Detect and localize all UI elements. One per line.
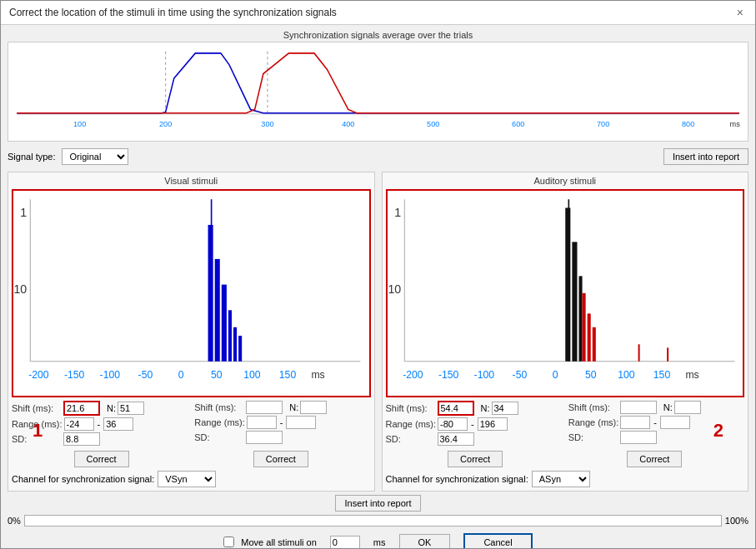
svg-text:150: 150 [653, 369, 670, 381]
visual-sd-row-2: SD: [194, 431, 370, 444]
svg-text:ms: ms [685, 369, 698, 381]
visual-range-max-2[interactable] [286, 416, 316, 429]
progress-bar-row: 0% 100% [8, 515, 748, 527]
visual-sd-input-2[interactable] [246, 431, 283, 444]
auditory-range-max-2[interactable] [660, 416, 690, 429]
svg-text:800: 800 [682, 119, 694, 128]
visual-range-min-input[interactable] [64, 417, 94, 431]
visual-sd-label-2: SD: [194, 432, 244, 442]
svg-rect-52 [667, 347, 668, 361]
svg-text:50: 50 [584, 369, 596, 381]
svg-rect-30 [238, 336, 242, 362]
visual-range-label-2: Range (ms): [194, 417, 245, 427]
auditory-channel-row: Channel for synchronization signal: ASyn… [386, 471, 745, 487]
visual-shift-input-2[interactable] [246, 401, 283, 414]
auditory-range-min-input[interactable] [438, 417, 468, 431]
visual-channel-label: Channel for synchronization signal: [12, 474, 154, 484]
auditory-range-label-2: Range (ms): [568, 417, 619, 427]
svg-rect-51 [638, 344, 639, 361]
auditory-correct-button-1[interactable]: Correct [448, 451, 503, 467]
svg-text:500: 500 [427, 119, 439, 128]
cancel-button[interactable]: Cancel [463, 533, 532, 548]
svg-rect-47 [578, 276, 582, 361]
ok-button[interactable]: OK [399, 534, 451, 548]
auditory-n-input[interactable] [492, 402, 518, 415]
svg-text:10: 10 [388, 282, 401, 296]
visual-range-max-input[interactable] [103, 417, 133, 431]
visual-n-input-2[interactable] [300, 401, 327, 414]
visual-range-min-2[interactable] [247, 416, 277, 429]
svg-rect-48 [582, 293, 585, 362]
sync-chart-title: Synchronization signals average over the… [283, 30, 473, 40]
svg-text:150: 150 [279, 369, 297, 381]
auditory-range-max-input[interactable] [478, 417, 508, 431]
auditory-n-input-2[interactable] [674, 401, 701, 414]
visual-range-row-2: Range (ms): - [194, 416, 370, 429]
auditory-range-dash: - [471, 419, 474, 429]
auditory-sd-label: SD: [386, 434, 436, 444]
auditory-range-dash-2: - [653, 417, 657, 427]
svg-text:-150: -150 [438, 369, 458, 381]
sync-chart-section: Synchronization signals average over the… [8, 30, 748, 142]
auditory-sd-input-2[interactable] [620, 431, 657, 444]
svg-text:1: 1 [20, 206, 27, 219]
bottom-section: Insert into report 0% 100% Move all stim… [8, 495, 748, 548]
auditory-range-min-2[interactable] [620, 416, 650, 429]
auditory-shift-input-2[interactable] [620, 401, 657, 414]
visual-n-input[interactable] [118, 402, 144, 415]
svg-text:1: 1 [394, 206, 401, 219]
annotation-1: 1 [33, 420, 43, 442]
main-content: Synchronization signals average over the… [1, 25, 755, 548]
annotation-2: 2 [713, 420, 723, 442]
svg-text:300: 300 [261, 119, 273, 128]
auditory-chart-box: 1 10 -200 -150 -100 -50 0 50 100 150 ms [386, 189, 745, 397]
svg-text:0: 0 [552, 369, 558, 381]
auditory-channel-select[interactable]: ASyn VSyn [532, 471, 590, 487]
svg-text:200: 200 [159, 119, 172, 128]
dialog-title: Correct the location of the stimuli in t… [9, 7, 337, 18]
visual-chart-svg: 1 10 -200 -150 -100 -50 0 50 100 150 ms [13, 191, 369, 396]
svg-text:10: 10 [13, 282, 27, 296]
auditory-shift-input[interactable] [438, 401, 474, 416]
insert-report-top-button[interactable]: Insert into report [663, 148, 748, 165]
visual-channel-select[interactable]: VSyn ASyn [158, 471, 216, 487]
visual-chart-box: 1 10 -200 -150 -100 -50 0 50 100 150 ms [12, 189, 371, 397]
svg-rect-50 [592, 327, 595, 362]
visual-shift-input[interactable] [63, 401, 100, 416]
insert-report-bottom-button[interactable]: Insert into report [335, 495, 420, 512]
visual-stimuli-panel: Visual stimuli 1 10 -200 -150 -100 -50 [8, 172, 375, 492]
auditory-sd-input[interactable] [438, 432, 474, 446]
auditory-sd-row: SD: [386, 432, 562, 446]
move-all-text: Move all stimuli on [241, 537, 316, 547]
auditory-correct-button-2[interactable]: Correct [627, 451, 682, 467]
svg-text:ms: ms [730, 119, 741, 128]
stimuli-panels: Visual stimuli 1 10 -200 -150 -100 -50 [8, 172, 748, 492]
auditory-shift-row-2: Shift (ms): N: [568, 401, 744, 414]
progress-start-label: 0% [8, 516, 21, 526]
svg-rect-45 [565, 207, 570, 361]
svg-text:-100: -100 [473, 369, 494, 381]
visual-correct-button-1[interactable]: Correct [74, 451, 129, 467]
svg-rect-49 [587, 313, 590, 361]
svg-rect-29 [233, 327, 237, 362]
svg-text:0: 0 [178, 369, 184, 381]
svg-text:ms: ms [311, 369, 324, 381]
signal-type-select[interactable]: Original Filtered [62, 148, 128, 165]
ms-value-input[interactable] [330, 536, 360, 548]
svg-text:100: 100 [73, 119, 86, 128]
close-button[interactable]: × [733, 6, 747, 19]
svg-text:50: 50 [211, 369, 223, 381]
visual-sd-input[interactable] [63, 432, 100, 446]
auditory-shift-row: Shift (ms): N: [386, 401, 562, 416]
auditory-stimuli-title: Auditory stimuli [386, 176, 745, 186]
svg-text:-150: -150 [64, 369, 85, 381]
move-all-label: Move all stimuli on [223, 537, 316, 547]
visual-correct-button-2[interactable]: Correct [253, 451, 308, 467]
svg-text:-50: -50 [138, 369, 153, 381]
auditory-shift-label: Shift (ms): [386, 403, 436, 413]
visual-channel-row: Channel for synchronization signal: VSyn… [12, 471, 371, 487]
title-bar: Correct the location of the stimuli in t… [1, 1, 755, 25]
svg-text:-50: -50 [512, 369, 527, 381]
move-all-checkbox[interactable] [223, 537, 234, 547]
svg-text:-100: -100 [100, 369, 121, 381]
